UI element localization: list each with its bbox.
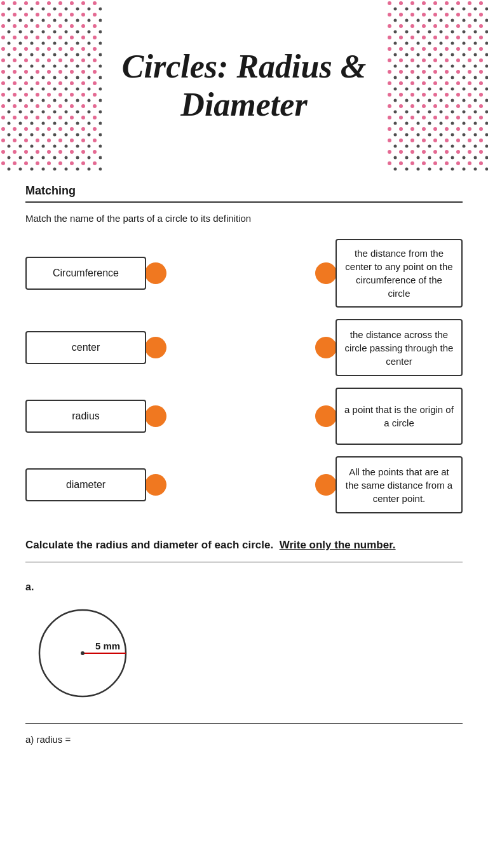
calculate-section: Calculate the radius and diameter of eac… [25, 539, 463, 745]
main-content: Matching Match the name of the parts of … [0, 172, 488, 770]
circle-svg-a: 5 mm [32, 602, 133, 704]
def-row-2: the distance across the circle passing t… [315, 319, 463, 376]
connector-dot-center [145, 337, 166, 358]
connector-dot-def1 [315, 262, 337, 284]
svg-rect-3 [0, 0, 102, 172]
definition-box-2[interactable]: the distance across the circle passing t… [336, 319, 463, 376]
title-container: Circles: Radius & Diameter [109, 35, 379, 137]
calc-divider [25, 562, 463, 562]
def-row-3: a point that is the origin of a circle [315, 388, 463, 445]
term-diameter[interactable]: diameter [25, 468, 146, 501]
calculate-instruction: Calculate the radius and diameter of eac… [25, 539, 463, 552]
title-line1: Circles: Radius & [122, 48, 366, 85]
match-row-2: center the distance across the circle pa… [25, 319, 463, 376]
term-center[interactable]: center [25, 331, 146, 364]
matching-section: Matching Match the name of the parts of … [25, 184, 463, 224]
answer-line-a [25, 723, 463, 724]
def-row-4: All the points that are at the same dist… [315, 456, 463, 513]
term-circumference[interactable]: Circumference [25, 257, 146, 290]
problem-a-label: a. [25, 581, 463, 593]
term-radius[interactable]: radius [25, 400, 146, 433]
match-row-1: Circumference the distance from the cent… [25, 239, 463, 308]
svg-point-10 [81, 651, 85, 655]
connector-dot-def2 [315, 337, 337, 358]
connector-dot-circumference [145, 262, 166, 284]
circle-diagram-a: 5 mm [32, 602, 463, 704]
title-line2: Diameter [180, 86, 307, 123]
match-row-4: diameter All the points that are at the … [25, 456, 463, 513]
connector-dot-radius [145, 405, 166, 427]
matching-area: Circumference the distance from the cent… [25, 239, 463, 513]
svg-rect-7 [386, 0, 488, 172]
def-row-1: the distance from the center to any poin… [315, 239, 463, 308]
section-title: Matching [25, 184, 463, 198]
definition-box-3[interactable]: a point that is the origin of a circle [336, 388, 463, 445]
connector-dot-def4 [315, 474, 337, 496]
matching-instruction: Match the name of the parts of a circle … [25, 213, 463, 224]
header-background: Circles: Radius & Diameter [0, 0, 488, 172]
answer-label-a: a) radius = [25, 734, 463, 745]
connector-dot-diameter [145, 474, 166, 496]
calculate-instruction-underline: Write only the number. [280, 539, 396, 551]
svg-text:5 mm: 5 mm [95, 641, 120, 651]
dot-grid-right [386, 0, 488, 172]
definition-box-1[interactable]: the distance from the center to any poin… [336, 239, 463, 308]
match-row-3: radius a point that is the origin of a c… [25, 388, 463, 445]
circle-problem-a: a. 5 mm a) radius = [25, 581, 463, 745]
connector-dot-def3 [315, 405, 337, 427]
definition-box-4[interactable]: All the points that are at the same dist… [336, 456, 463, 513]
page-title: Circles: Radius & Diameter [122, 48, 366, 124]
section-divider [25, 201, 463, 203]
dot-grid-left [0, 0, 102, 172]
